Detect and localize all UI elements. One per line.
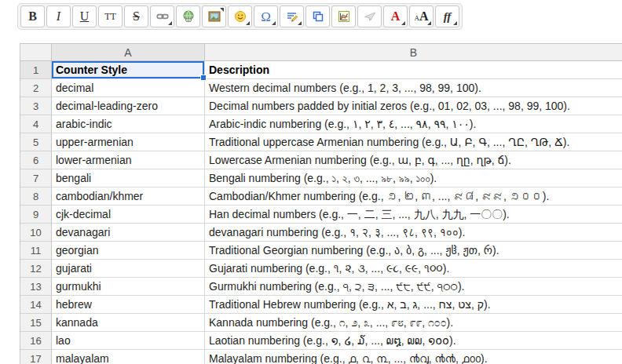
chart-button[interactable] [331,5,356,27]
cell-description[interactable]: Arabic-indic numbering (e.g., ١‎, ٢‎, ٣‎… [205,115,622,133]
cell-description[interactable]: Traditional Georgian numbering (e.g., ა,… [205,242,622,260]
cell-description[interactable]: Gurmukhi numbering (e.g., ੧, ੨, ੩, ..., … [205,278,622,296]
cell-text: gujarati [56,260,92,277]
cell-counter-style[interactable]: Counter Style [52,61,205,79]
overlapping-squares-icon [312,10,324,23]
underline-button[interactable]: U [72,5,97,27]
cell-text: Counter Style [56,62,127,78]
cell-description[interactable]: Western decimal numbers (e.g., 1, 2, 3, … [205,79,622,97]
row-number[interactable]: 15 [20,314,52,332]
cell-counter-style[interactable]: devanagari [52,224,205,242]
cell-counter-style[interactable]: kannada [52,314,205,332]
cell-text: gurmukhi [56,278,101,295]
link-button[interactable] [150,5,174,27]
image-button[interactable] [202,5,226,27]
cell-description[interactable]: Bengali numbering (e.g., ১, ২, ৩, ..., ৯… [205,169,622,187]
cell-text: Han decimal numbers (e.g., 一, 二, 三, ...,… [209,206,510,223]
cell-description[interactable]: Gujarati numbering (e.g., ૧, ૨, ૩, ..., … [205,260,622,278]
table-row: 8 cambodian/khmer Cambodian/Khmer number… [20,187,622,206]
smiley-icon [234,10,247,23]
row-number[interactable]: 14 [20,296,52,314]
cell-counter-style[interactable]: cambodian/khmer [52,187,205,206]
underline-label: U [80,10,90,23]
row-number[interactable]: 4 [20,115,52,133]
row-number[interactable]: 3 [20,97,52,115]
spreadsheet: A B 1 Counter Style Description 2 decima… [20,43,622,364]
cell-counter-style[interactable]: decimal [52,79,205,97]
row-number[interactable]: 10 [20,224,52,242]
send-button[interactable] [357,5,382,27]
signature-pen-icon [286,10,298,23]
strikethrough-button[interactable]: S [124,5,148,27]
cell-counter-style[interactable]: malayalam [52,350,205,364]
teletype-label: TT [104,12,116,21]
cell-text: cjk-decimal [56,206,111,223]
cell-counter-style[interactable]: lower-armenian [52,151,205,169]
cell-text: Gujarati numbering (e.g., ૧, ૨, ૩, ..., … [209,260,449,277]
cell-counter-style[interactable]: georgian [52,242,205,260]
link-icon [156,10,169,23]
row-number[interactable]: 2 [20,79,52,97]
row-number[interactable]: 8 [20,187,52,206]
cell-description[interactable]: Traditional uppercase Armenian numbering… [205,133,622,151]
column-header-a[interactable]: A [52,44,205,61]
cell-text: arabic-indic [56,116,112,133]
row-number[interactable]: 12 [20,260,52,278]
row-number[interactable]: 7 [20,169,52,187]
cell-text: lower-armenian [56,152,131,169]
emoticon-button[interactable] [228,5,252,27]
cell-description[interactable]: Decimal numbers padded by initial zeros … [205,97,622,115]
cell-counter-style[interactable]: cjk-decimal [52,206,205,224]
cell-text: Bengali numbering (e.g., ১, ২, ৩, ..., ৯… [209,170,437,187]
column-header-b[interactable]: B [205,44,622,61]
cell-counter-style[interactable]: arabic-indic [52,115,205,133]
cell-counter-style[interactable]: hebrew [52,296,205,314]
font-family-label: ff [444,11,452,23]
select-all-corner[interactable] [20,44,52,61]
teletype-button[interactable]: TT [98,5,123,27]
italic-button[interactable]: I [46,5,71,27]
row-number[interactable]: 16 [20,332,52,350]
row-number[interactable]: 11 [20,242,52,260]
cell-counter-style[interactable]: decimal-leading-zero [52,97,205,115]
cell-counter-style[interactable]: bengali [52,169,205,187]
cell-description[interactable]: Malayalam numbering (e.g., ൧, ൨, ൩, ...,… [205,350,622,364]
cell-counter-style[interactable]: upper-armenian [52,133,205,151]
cell-counter-style[interactable]: lao [52,332,205,350]
cell-description[interactable]: Traditional Hebrew numbering (e.g., א‎, … [205,296,622,314]
font-family-button[interactable]: ff [435,5,459,27]
cell-counter-style[interactable]: gurmukhi [52,278,205,296]
cell-description[interactable]: Kannada numbering (e.g., ೧, ೨, ೩, ..., ೯… [205,314,622,332]
transclusion-button[interactable] [306,5,330,27]
cell-text: devanagari [56,224,110,241]
font-color-button[interactable]: A [383,5,408,27]
cell-text: decimal [56,80,93,96]
row-number[interactable]: 17 [20,350,52,364]
cell-text: lao [56,333,71,349]
row-number[interactable]: 5 [20,133,52,151]
signature-button[interactable] [280,5,304,27]
row-number[interactable]: 13 [20,278,52,296]
special-character-button[interactable]: Ω [254,5,278,27]
cell-text: Laotian numbering (e.g., ໑, ໒, ໓, ..., ໙… [209,333,456,349]
cell-text: malayalam [56,351,109,364]
dropdown-arrow-icon [246,21,250,25]
cell-counter-style[interactable]: gujarati [52,260,205,278]
row-number[interactable]: 6 [20,151,52,169]
row-number[interactable]: 9 [20,206,52,224]
row-number[interactable]: 1 [20,61,52,79]
cell-description[interactable]: Laotian numbering (e.g., ໑, ໒, ໓, ..., ໙… [205,332,622,350]
dropdown-arrow-icon [453,21,457,25]
cell-description[interactable]: Cambodian/Khmer numbering (e.g., ១, ២, ៣… [205,187,622,206]
bold-button[interactable]: B [20,5,45,27]
cell-text: Traditional Hebrew numbering (e.g., א‎, … [209,297,491,313]
font-size-button[interactable]: AA [409,5,434,27]
cell-description[interactable]: Description [205,61,622,79]
cell-description[interactable]: Lowercase Armenian numbering (e.g., ա, բ… [205,151,622,169]
table-row: 12 gujarati Gujarati numbering (e.g., ૧,… [20,260,622,278]
table-row: 7 bengali Bengali numbering (e.g., ১, ২,… [20,169,622,187]
web-link-button[interactable] [176,5,200,27]
cell-description[interactable]: devanagari numbering (e.g., १, २, ३, ...… [205,224,622,242]
cell-text: hebrew [56,297,92,313]
cell-description[interactable]: Han decimal numbers (e.g., 一, 二, 三, ...,… [205,206,622,224]
